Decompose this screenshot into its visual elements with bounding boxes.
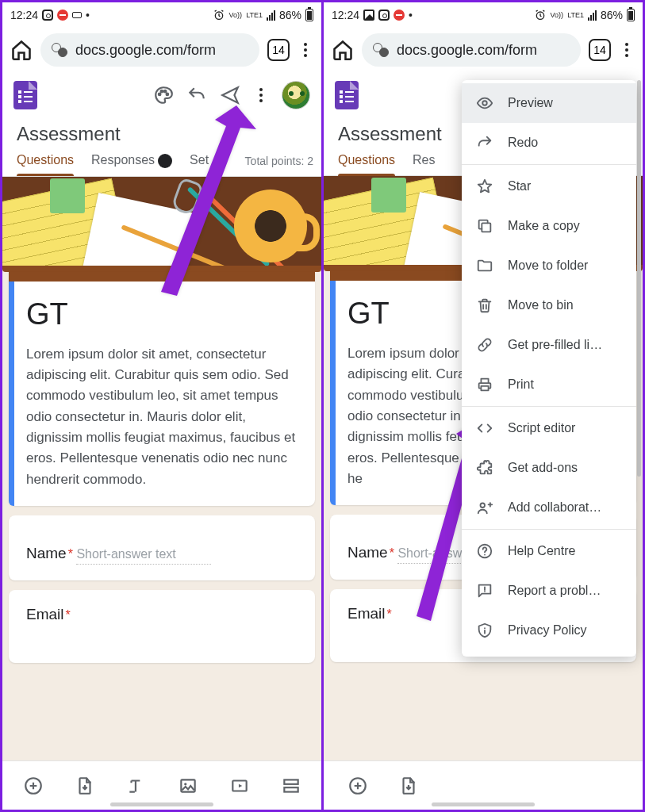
menu-redo[interactable]: Redo xyxy=(462,123,636,163)
browser-menu-icon[interactable] xyxy=(298,43,313,57)
add-image-icon[interactable] xyxy=(176,774,200,798)
question-label: Email xyxy=(347,605,386,622)
question-card-email[interactable]: Email* xyxy=(9,590,315,663)
tab-questions[interactable]: Questions xyxy=(338,153,395,175)
header-image xyxy=(2,177,321,272)
required-asterisk: * xyxy=(68,547,73,561)
responses-badge xyxy=(158,154,172,168)
trash-icon xyxy=(476,297,493,314)
tab-count-button[interactable]: 14 xyxy=(267,39,290,61)
help-icon xyxy=(476,542,493,560)
send-icon[interactable] xyxy=(220,85,240,105)
home-icon[interactable] xyxy=(10,39,33,61)
svg-rect-10 xyxy=(284,787,298,791)
alarm-icon xyxy=(534,9,547,21)
signal-icon xyxy=(588,10,597,21)
menu-privacy[interactable]: Privacy Policy xyxy=(462,611,636,650)
svg-rect-9 xyxy=(284,779,298,783)
svg-point-3 xyxy=(164,90,167,93)
status-bar: 12:24 • Vo)) LTE1 86% xyxy=(2,2,321,28)
tab-responses[interactable]: Responses xyxy=(91,153,172,176)
tab-responses[interactable]: Res xyxy=(413,153,435,175)
svg-point-20 xyxy=(481,504,486,508)
menu-collaborators[interactable]: Add collaborat… xyxy=(462,488,636,527)
google-forms-icon[interactable] xyxy=(335,81,359,109)
svg-point-18 xyxy=(482,101,487,105)
question-card-name[interactable]: Name* Short-answer text xyxy=(9,515,315,580)
nav-pill xyxy=(432,802,535,806)
nav-pill xyxy=(110,802,213,806)
gallery-icon xyxy=(363,10,374,21)
svg-point-1 xyxy=(159,94,161,96)
menu-print[interactable]: Print xyxy=(462,365,636,404)
url-box[interactable]: docs.google.com/form xyxy=(40,33,259,67)
svg-rect-19 xyxy=(482,223,490,232)
site-settings-icon[interactable] xyxy=(52,44,67,56)
add-question-icon[interactable] xyxy=(346,774,370,798)
instagram-icon xyxy=(378,10,390,21)
copy-icon xyxy=(476,217,493,235)
battery-icon xyxy=(627,9,635,21)
svg-point-4 xyxy=(167,94,169,96)
menu-addons[interactable]: Get add-ons xyxy=(462,448,636,488)
menu-move-folder[interactable]: Move to folder xyxy=(462,246,636,285)
app-toolbar xyxy=(2,72,321,118)
question-label: Email xyxy=(26,606,64,622)
link-icon xyxy=(476,336,493,354)
menu-script-editor[interactable]: Script editor xyxy=(462,408,636,448)
status-time: 12:24 xyxy=(332,9,359,21)
people-add-icon xyxy=(476,499,493,516)
add-section-icon[interactable] xyxy=(279,774,303,798)
question-label: Name xyxy=(26,545,67,561)
menu-separator xyxy=(462,406,636,407)
menu-report[interactable]: Report a probl… xyxy=(462,571,636,611)
tab-count-button[interactable]: 14 xyxy=(589,39,611,61)
url-box[interactable]: docs.google.com/form xyxy=(362,33,581,67)
more-menu-icon[interactable] xyxy=(253,88,269,102)
undo-icon[interactable] xyxy=(186,85,207,105)
menu-prefilled-link[interactable]: Get pre-filled li… xyxy=(462,325,636,365)
form-tabs: Questions Responses Set Total points: 2 xyxy=(2,153,321,177)
status-time: 12:24 xyxy=(10,9,38,21)
menu-separator xyxy=(462,529,636,530)
menu-star[interactable]: Star xyxy=(462,167,636,206)
alarm-icon xyxy=(213,9,225,21)
menu-make-copy[interactable]: Make a copy xyxy=(462,206,636,246)
signal-icon xyxy=(267,10,275,21)
scrollbar[interactable] xyxy=(637,80,641,477)
url-text: docs.google.com/form xyxy=(75,42,216,59)
network-label: LTE1 xyxy=(246,12,263,19)
title-card[interactable]: GT Lorem ipsum dolor sit amet, consectet… xyxy=(9,272,315,506)
add-video-icon[interactable] xyxy=(228,774,251,798)
avatar[interactable] xyxy=(282,81,310,109)
home-icon[interactable] xyxy=(332,39,354,61)
feedback-icon xyxy=(476,582,493,599)
network-label: LTE1 xyxy=(567,12,584,19)
menu-help[interactable]: Help Centre xyxy=(462,531,636,571)
add-question-icon[interactable] xyxy=(21,774,45,798)
menu-preview[interactable]: Preview xyxy=(462,83,636,123)
document-title[interactable]: Assessment xyxy=(2,118,321,153)
form-title[interactable]: GT xyxy=(26,297,298,331)
palette-icon[interactable] xyxy=(153,85,174,105)
import-questions-icon[interactable] xyxy=(73,774,97,798)
stop-record-icon xyxy=(394,10,405,21)
tab-settings[interactable]: Set xyxy=(190,153,209,175)
menu-separator xyxy=(462,164,636,165)
more-dot: • xyxy=(86,9,90,21)
form-description[interactable]: Lorem ipsum dolor sit amet, consectetur … xyxy=(26,344,298,490)
total-points-label: Total points: 2 xyxy=(245,155,313,167)
dashboard-icon xyxy=(72,12,82,18)
browser-menu-icon[interactable] xyxy=(619,43,635,57)
overflow-menu: Preview Redo Star Make a copy Move to fo… xyxy=(462,80,636,657)
import-questions-icon[interactable] xyxy=(397,774,420,798)
site-settings-icon[interactable] xyxy=(373,44,389,56)
menu-move-bin[interactable]: Move to bin xyxy=(462,285,636,325)
redo-icon xyxy=(476,134,493,151)
eye-icon xyxy=(476,94,493,112)
google-forms-icon[interactable] xyxy=(13,81,37,109)
tab-questions[interactable]: Questions xyxy=(17,153,74,175)
battery-label: 86% xyxy=(279,9,301,21)
browser-bar: docs.google.com/form 14 xyxy=(324,28,643,72)
add-title-icon[interactable] xyxy=(125,774,148,798)
